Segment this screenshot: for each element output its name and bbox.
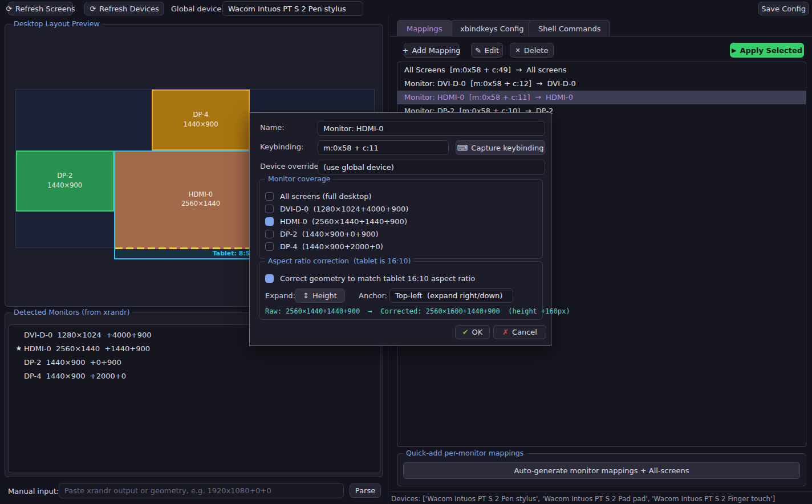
coverage-option-row[interactable]: DP-2 (1440×900+0+900): [259, 227, 542, 240]
coverage-option-label: DP-2 (1440×900+0+900): [280, 230, 379, 238]
correct-geometry-row[interactable]: Correct geometry to match tablet 16:10 a…: [259, 272, 475, 284]
anchor-label: Anchor:: [359, 291, 387, 300]
refresh-screens-label: Refresh Screens: [15, 5, 75, 13]
add-mapping-label: Add Mapping: [412, 46, 460, 55]
statusbar-divider: [390, 491, 812, 492]
edit-mapping-dialog: Name: Keybinding: ⌨ Capture keybinding D…: [249, 112, 551, 346]
add-mapping-button[interactable]: + Add Mapping: [404, 43, 459, 58]
apply-selected-label: Apply Selected: [740, 46, 802, 55]
parse-label: Parse: [355, 486, 375, 495]
coverage-option-row[interactable]: All screens (full desktop): [259, 190, 542, 202]
aspect-ratio-title: Aspect ratio correction (tablet is 16:10…: [265, 257, 413, 265]
monitor-resolution: 1440×900: [184, 121, 218, 129]
detected-monitor-text: DVI-D-0 1280×1024 +4000+900: [24, 331, 151, 339]
monitor-dp-4[interactable]: DP-41440×900: [152, 90, 250, 151]
global-device-input[interactable]: [222, 1, 363, 16]
monitor-resolution: 1440×900: [47, 182, 82, 190]
app-window: ⟳ Refresh Screens ⟳ Refresh Devices Glob…: [0, 0, 812, 504]
coverage-option-label: DP-4 (1440×900+2000+0): [280, 242, 383, 251]
mapping-name-input[interactable]: [318, 121, 545, 136]
cancel-button[interactable]: ✗ Cancel: [493, 325, 546, 339]
refresh-screens-button[interactable]: ⟳ Refresh Screens: [8, 2, 73, 15]
expand-label: Expand:: [265, 291, 295, 300]
detected-monitor-text: HDMI-0 2560×1440 +1440+900: [24, 344, 150, 353]
detected-monitors-title: Detected Monitors (from xrandr): [11, 308, 132, 316]
devices-statusbar: Devices: ['Wacom Intuos PT S 2 Pen stylu…: [391, 495, 811, 503]
preview-panel-title: Desktop Layout Preview: [11, 19, 103, 28]
coverage-option-label: HDMI-0 (2560×1440+1440+900): [280, 217, 407, 226]
refresh-icon: ⟳: [90, 5, 96, 13]
keyboard-icon: ⌨: [457, 144, 468, 152]
check-icon: ✔: [462, 328, 469, 336]
monitor-name: DP-2: [57, 172, 72, 180]
tab-mappings[interactable]: Mappings: [397, 20, 452, 36]
expand-mode-value: Height: [312, 291, 337, 300]
coverage-option-row[interactable]: DVI-D-0 (1280×1024+4000+900): [259, 202, 542, 215]
coverage-checkbox[interactable]: [265, 242, 274, 251]
delete-label: Delete: [524, 46, 549, 55]
global-device-label: Global device:: [171, 5, 224, 13]
edit-mapping-button[interactable]: ✎ Edit: [471, 43, 503, 58]
keybinding-input[interactable]: [318, 140, 449, 155]
capture-keybinding-button[interactable]: ⌨ Capture keybinding: [456, 140, 545, 155]
refresh-devices-label: Refresh Devices: [99, 5, 159, 13]
mapping-row[interactable]: All Screens [m:0x58 + c:49] → All screen…: [397, 63, 806, 77]
quick-add-panel: Quick-add per-monitor mappings Auto-gene…: [397, 453, 806, 486]
tab-label: xbindkeys Config: [460, 25, 523, 33]
mapping-row[interactable]: Monitor: DVI-D-0 [m:0x58 + c:12] → DVI-D…: [397, 77, 806, 91]
x-icon: ✗: [502, 328, 509, 336]
parse-button[interactable]: Parse: [350, 483, 381, 498]
coverage-option-row[interactable]: DP-4 (1440×900+2000+0): [259, 240, 542, 253]
correct-geometry-checkbox[interactable]: [265, 274, 274, 283]
keybinding-label: Keybinding:: [260, 143, 303, 151]
device-override-label: Device override:: [260, 162, 321, 170]
correct-geometry-label: Correct geometry to match tablet 16:10 a…: [280, 274, 475, 283]
auto-generate-label: Auto-generate monitor mappings + All-scr…: [514, 466, 689, 475]
ok-label: OK: [472, 328, 483, 336]
expand-mode-button[interactable]: ↕ Height: [295, 288, 345, 303]
detected-monitors-list: DVI-D-0 1280×1024 +4000+900★HDMI-0 2560×…: [9, 324, 380, 473]
monitor-coverage-group: Monitor coverage All screens (full deskt…: [259, 179, 543, 259]
tab-pane-divider: [390, 36, 812, 36]
coverage-checkbox[interactable]: [265, 217, 274, 226]
save-config-label: Save Config: [761, 5, 806, 13]
device-override-input[interactable]: [318, 160, 545, 174]
save-config-button[interactable]: Save Config: [758, 2, 809, 15]
aspect-ratio-group: Aspect ratio correction (tablet is 16:10…: [259, 261, 543, 320]
tab-label: Shell Commands: [538, 25, 600, 33]
coverage-options: All screens (full desktop)DVI-D-0 (1280×…: [259, 190, 542, 253]
pencil-icon: ✎: [475, 46, 481, 55]
manual-input-field[interactable]: [59, 483, 344, 498]
ok-button[interactable]: ✔ OK: [455, 325, 490, 339]
play-icon: ▶: [732, 47, 736, 54]
top-toolbar: ⟳ Refresh Screens ⟳ Refresh Devices Glob…: [0, 0, 812, 17]
coverage-checkbox[interactable]: [265, 230, 274, 238]
delete-mapping-button[interactable]: ✕ Delete: [510, 43, 554, 58]
coverage-option-row[interactable]: HDMI-0 (2560×1440+1440+900): [259, 215, 542, 227]
detected-monitor-row[interactable]: DP-4 1440×900 +2000+0: [9, 369, 380, 383]
cancel-label: Cancel: [512, 328, 537, 336]
monitor-name: DP-4: [193, 111, 209, 119]
primary-star-icon: ★: [14, 344, 24, 352]
monitor-dp-2[interactable]: DP-21440×900: [16, 151, 114, 212]
auto-generate-mappings-button[interactable]: Auto-generate monitor mappings + All-scr…: [403, 462, 800, 479]
anchor-select[interactable]: Top-left (expand right/down): [389, 288, 513, 303]
raw-corrected-geometry: Raw: 2560×1440+1440+900 → Corrected: 256…: [265, 307, 570, 315]
tablet-ratio-label: Tablet: 8:5: [213, 250, 250, 257]
detected-monitor-row[interactable]: DP-2 1440×900 +0+900: [9, 355, 380, 369]
x-icon: ✕: [515, 47, 521, 54]
refresh-devices-button[interactable]: ⟳ Refresh Devices: [84, 2, 164, 15]
detected-monitor-text: DP-4 1440×900 +2000+0: [24, 372, 126, 380]
coverage-option-label: DVI-D-0 (1280×1024+4000+900): [280, 205, 408, 213]
manual-input-label: Manual input:: [8, 487, 59, 495]
tab-shell-commands[interactable]: Shell Commands: [529, 20, 610, 36]
quick-add-title: Quick-add per-monitor mappings: [403, 449, 526, 457]
coverage-checkbox[interactable]: [265, 205, 274, 213]
name-label: Name:: [260, 123, 285, 132]
apply-selected-button[interactable]: ▶ Apply Selected: [730, 43, 804, 58]
edit-label: Edit: [485, 46, 499, 55]
mapping-row[interactable]: Monitor: HDMI-0 [m:0x58 + c:11] → HDMI-0: [397, 91, 806, 104]
coverage-option-label: All screens (full desktop): [280, 192, 372, 201]
coverage-checkbox[interactable]: [265, 192, 274, 201]
tab-xbindkeys-config[interactable]: xbindkeys Config: [450, 20, 533, 36]
